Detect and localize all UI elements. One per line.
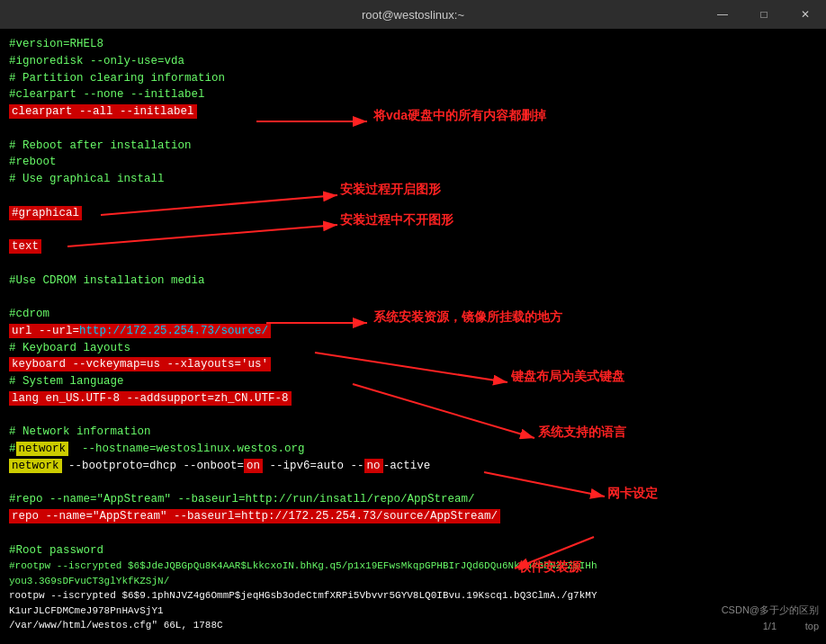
line-15: #Use CDROM installation media bbox=[9, 273, 817, 290]
line-23 bbox=[9, 407, 817, 425]
line-20: keyboard --vckeymap=us --xlayouts='us' bbox=[9, 356, 817, 373]
keyboard-highlight: keyboard --vckeymap=us --xlayouts='us' bbox=[9, 357, 271, 371]
line-7: # Reboot after installation bbox=[9, 138, 817, 155]
line-25: #network --hostname=westoslinux.westos.o… bbox=[9, 441, 817, 458]
line-6 bbox=[9, 121, 817, 138]
line-22: lang en_US.UTF-8 --addsupport=zh_CN.UTF-… bbox=[9, 390, 817, 407]
line-28: #repo --name="AppStream" --baseurl=http:… bbox=[9, 491, 817, 508]
minimize-button[interactable]: — bbox=[702, 0, 743, 29]
line-9: # Use graphical install bbox=[9, 171, 817, 188]
line-4: #clearpart --none --initlabel bbox=[9, 86, 817, 103]
line-24: # Network information bbox=[9, 424, 817, 441]
line-1: #version=RHEL8 bbox=[9, 36, 817, 53]
window-title: root@westoslinux:~ bbox=[362, 8, 464, 22]
line-16 bbox=[9, 289, 817, 306]
line-10 bbox=[9, 188, 817, 205]
line-29: repo --name="AppStream" --baseurl=http:/… bbox=[9, 508, 817, 525]
text-highlight: text bbox=[9, 239, 41, 254]
window-controls: — □ ✕ bbox=[702, 0, 826, 29]
line-31: #Root password bbox=[9, 542, 817, 559]
line-30 bbox=[9, 525, 817, 542]
network-highlight: network bbox=[9, 459, 62, 473]
line-12 bbox=[9, 221, 817, 238]
close-button[interactable]: ✕ bbox=[785, 0, 826, 29]
line-2: #ignoredisk --only-use=vda bbox=[9, 53, 817, 70]
line-14 bbox=[9, 255, 817, 273]
title-bar: root@westoslinux:~ — □ ✕ bbox=[0, 0, 826, 29]
terminal-content: #version=RHEL8 #ignoredisk --only-use=vd… bbox=[0, 29, 826, 644]
network-comment-highlight: network bbox=[16, 442, 69, 456]
url-highlight: url --url=http://172.25.254.73/source/ bbox=[9, 324, 271, 338]
line-17: #cdrom bbox=[9, 306, 817, 323]
line-32: #rootpw --iscrypted $6$JdeJQBGpQu8K4AAR$… bbox=[9, 559, 817, 574]
repo-highlight: repo --name="AppStream" --baseurl=http:/… bbox=[9, 509, 500, 523]
line-11: #graphical bbox=[9, 205, 817, 222]
graphical-highlight: #graphical bbox=[9, 206, 82, 220]
line-26: network --bootproto=dhcp --onboot=on --i… bbox=[9, 458, 817, 475]
on-highlight: on bbox=[244, 459, 263, 473]
clearpart-highlight: clearpart --all --initlabel bbox=[9, 104, 197, 119]
maximize-button[interactable]: □ bbox=[743, 0, 785, 29]
line-34: /var/www/html/westos.cfg" 66L, 1788C bbox=[9, 618, 817, 633]
line-5: clearpart --all --initlabel bbox=[9, 103, 817, 121]
no-highlight: no bbox=[364, 459, 383, 473]
line-21: # System language bbox=[9, 373, 817, 390]
line-18: url --url=http://172.25.254.73/source/ bbox=[9, 323, 817, 340]
lang-highlight: lang en_US.UTF-8 --addsupport=zh_CN.UTF-… bbox=[9, 391, 292, 406]
line-8: #reboot bbox=[9, 154, 817, 171]
line-27 bbox=[9, 475, 817, 492]
line-19: # Keyboard layouts bbox=[9, 340, 817, 357]
line-32b: you3.3G9sDFvuCT3glYkfKZSjN/ bbox=[9, 574, 817, 589]
line-3: # Partition clearing information bbox=[9, 70, 817, 87]
line-33b: K1urJLCFDMCmeJ978PnHAvSjY1 bbox=[9, 604, 817, 619]
line-33: rootpw --iscrypted $6$9.1phNJVZ4g6OmmP$j… bbox=[9, 588, 817, 604]
line-13: text bbox=[9, 238, 817, 255]
